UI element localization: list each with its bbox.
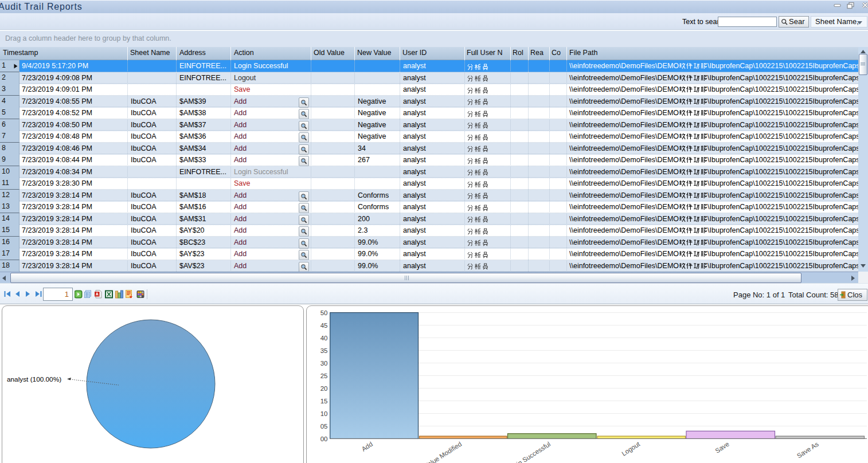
svg-text:Save: Save [714, 441, 730, 454]
svg-text:45: 45 [320, 322, 328, 329]
svg-text:15: 15 [320, 398, 328, 405]
svg-text:25: 25 [320, 372, 328, 379]
svg-text:Login Successful: Login Successful [506, 441, 552, 463]
svg-text:20: 20 [320, 385, 328, 392]
svg-text:Logout: Logout [620, 440, 642, 457]
svg-text:Add: Add [360, 441, 374, 453]
svg-text:30: 30 [320, 360, 328, 367]
svg-text:00: 00 [320, 435, 328, 442]
svg-text:35: 35 [320, 347, 328, 354]
svg-text:05: 05 [320, 423, 328, 430]
svg-text:Value Modified: Value Modified [423, 441, 463, 463]
svg-text:Save As: Save As [796, 440, 820, 459]
svg-text:40: 40 [320, 335, 328, 342]
svg-text:10: 10 [320, 410, 328, 417]
svg-text:50: 50 [320, 309, 328, 316]
